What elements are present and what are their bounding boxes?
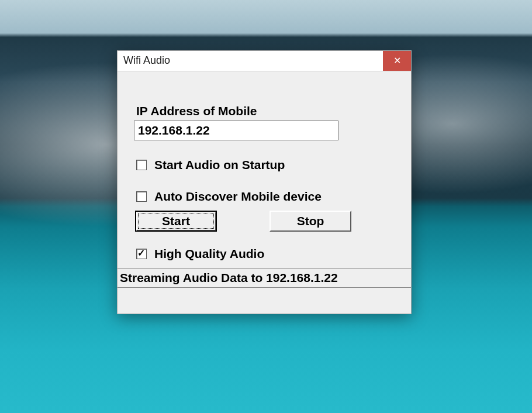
dialog-bottom-padding — [134, 288, 395, 308]
desktop-wallpaper: Wifi Audio ✕ IP Address of Mobile Start … — [0, 0, 532, 413]
start-on-startup-row: Start Audio on Startup — [134, 158, 395, 172]
stop-button[interactable]: Stop — [270, 211, 351, 232]
ip-address-input[interactable] — [134, 121, 338, 140]
close-button[interactable]: ✕ — [383, 51, 411, 71]
high-quality-checkbox[interactable] — [136, 249, 147, 259]
high-quality-label: High Quality Audio — [154, 247, 264, 261]
client-area: IP Address of Mobile Start Audio on Star… — [118, 71, 411, 314]
auto-discover-row: Auto Discover Mobile device — [134, 190, 395, 204]
wifi-audio-window: Wifi Audio ✕ IP Address of Mobile Start … — [117, 50, 412, 314]
window-title: Wifi Audio — [118, 51, 383, 71]
start-on-startup-checkbox[interactable] — [136, 160, 147, 170]
high-quality-row: High Quality Audio — [134, 247, 395, 261]
ip-address-label: IP Address of Mobile — [136, 104, 395, 118]
close-icon: ✕ — [393, 56, 401, 66]
start-on-startup-label: Start Audio on Startup — [154, 158, 285, 172]
button-row: Start Stop — [135, 211, 395, 232]
start-button[interactable]: Start — [135, 211, 217, 232]
titlebar[interactable]: Wifi Audio ✕ — [118, 51, 411, 71]
auto-discover-checkbox[interactable] — [136, 191, 147, 202]
auto-discover-label: Auto Discover Mobile device — [154, 190, 322, 204]
status-bar: Streaming Audio Data to 192.168.1.22 — [118, 268, 411, 288]
